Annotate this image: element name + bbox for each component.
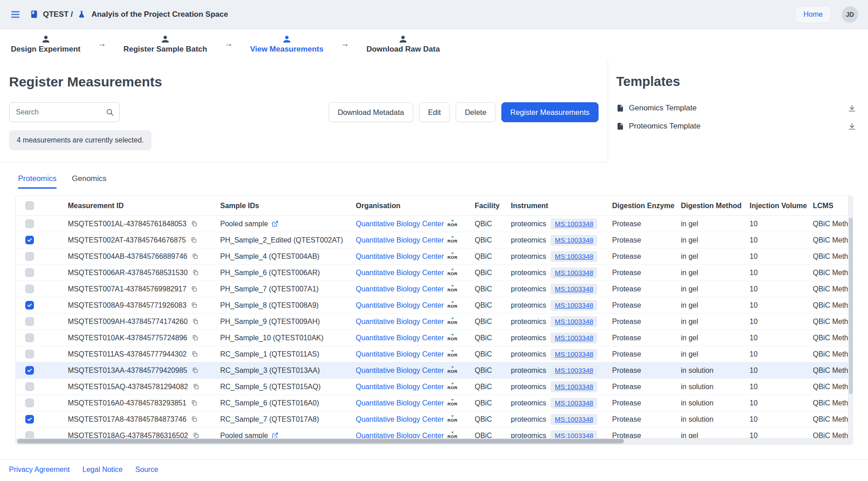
copy-icon[interactable] — [192, 269, 199, 276]
row-checkbox[interactable] — [25, 382, 34, 391]
row-checkbox[interactable] — [25, 236, 34, 244]
footer-link-privacy-agreement[interactable]: Privacy Agreement — [9, 466, 70, 474]
instrument-ontology-link[interactable]: MS:1003348 — [555, 383, 593, 391]
ror-icon[interactable]: ROR — [448, 269, 458, 276]
register-measurements-button[interactable]: Register Measurements — [501, 102, 599, 122]
ror-icon[interactable]: ROR — [448, 334, 458, 341]
row-checkbox[interactable] — [25, 333, 34, 342]
download-metadata-button[interactable]: Download Metadata — [329, 102, 413, 122]
sample-ids: RC_Sample_6 (QTEST016A0) — [220, 399, 319, 407]
instrument-ontology-link[interactable]: MS:1003348 — [555, 334, 593, 342]
instrument-ontology-link[interactable]: MS:1003348 — [555, 367, 593, 374]
row-checkbox[interactable] — [25, 350, 34, 358]
row-checkbox[interactable] — [25, 268, 34, 277]
delete-button[interactable]: Delete — [456, 102, 495, 122]
instrument-ontology-link[interactable]: MS:1003348 — [555, 415, 593, 423]
tab-genomics[interactable]: Genomics — [72, 174, 107, 189]
row-checkbox[interactable] — [25, 399, 34, 407]
instrument-ontology-link[interactable]: MS:1003348 — [555, 399, 593, 407]
table-row: MSQTEST011AS-437845777944302RC_Sample_1 … — [16, 346, 853, 362]
copy-icon[interactable] — [191, 302, 198, 309]
horizontal-scrollbar-thumb[interactable] — [17, 439, 624, 443]
ror-icon[interactable]: ROR — [448, 351, 458, 357]
download-icon[interactable] — [848, 122, 856, 131]
search-input[interactable] — [9, 102, 120, 122]
organisation-link[interactable]: Quantitative Biology Center — [356, 301, 444, 310]
select-all-checkbox[interactable] — [25, 201, 34, 210]
organisation-link[interactable]: Quantitative Biology Center — [356, 285, 444, 293]
organisation-link[interactable]: Quantitative Biology Center — [356, 334, 444, 342]
copy-icon[interactable] — [192, 253, 198, 260]
copy-icon[interactable] — [190, 237, 197, 243]
copy-icon[interactable] — [192, 334, 198, 341]
row-checkbox[interactable] — [25, 285, 34, 293]
row-checkbox[interactable] — [25, 219, 34, 228]
row-checkbox[interactable] — [25, 301, 34, 310]
digestion-method: in solution — [681, 415, 713, 424]
instrument-ontology-link[interactable]: MS:1003348 — [555, 236, 593, 244]
vertical-scrollbar-thumb[interactable] — [849, 218, 853, 394]
copy-icon[interactable] — [192, 367, 198, 374]
horizontal-scrollbar[interactable] — [16, 438, 853, 444]
footer-link-legal-notice[interactable]: Legal Notice — [82, 466, 123, 474]
ror-icon[interactable]: ROR — [448, 286, 458, 292]
organisation-link[interactable]: Quantitative Biology Center — [356, 252, 444, 261]
instrument-ontology-link[interactable]: MS:1003348 — [555, 301, 593, 309]
page-title: Register Measurements — [9, 74, 599, 90]
download-icon[interactable] — [848, 104, 856, 113]
organisation-link[interactable]: Quantitative Biology Center — [356, 367, 444, 375]
workflow-step[interactable]: View Measurements — [250, 35, 323, 54]
ror-icon[interactable]: ROR — [448, 416, 458, 423]
ror-icon[interactable]: ROR — [448, 400, 458, 406]
organisation-link[interactable]: Quantitative Biology Center — [356, 220, 444, 228]
organisation-link[interactable]: Quantitative Biology Center — [356, 269, 444, 277]
tab-proteomics[interactable]: Proteomics — [18, 174, 57, 189]
search-icon[interactable] — [106, 108, 114, 116]
edit-button[interactable]: Edit — [419, 102, 450, 122]
organisation-link[interactable]: Quantitative Biology Center — [356, 350, 444, 358]
footer-link-source[interactable]: Source — [135, 466, 158, 474]
instrument-ontology-link[interactable]: MS:1003348 — [555, 350, 593, 358]
ror-icon[interactable]: ROR — [448, 220, 458, 227]
instrument-ontology-badge: MS:1003348 — [551, 381, 597, 392]
ror-icon[interactable]: ROR — [448, 383, 458, 390]
copy-icon[interactable] — [191, 220, 198, 227]
copy-icon[interactable] — [192, 318, 199, 325]
organisation-link[interactable]: Quantitative Biology Center — [356, 236, 444, 244]
ror-icon[interactable]: ROR — [448, 367, 458, 374]
breadcrumb-project-code[interactable]: QTEST / — [43, 10, 73, 19]
instrument-ontology-link[interactable]: MS:1003348 — [555, 220, 593, 228]
row-checkbox[interactable] — [25, 252, 34, 261]
menu-icon[interactable] — [10, 9, 21, 20]
copy-icon[interactable] — [191, 286, 198, 292]
workflow-step[interactable]: Download Raw Data — [366, 35, 439, 54]
workflow-step[interactable]: Register Sample Batch — [123, 35, 207, 54]
organisation-link[interactable]: Quantitative Biology Center — [356, 399, 444, 407]
instrument-ontology-link[interactable]: MS:1003348 — [555, 269, 593, 276]
organisation-link[interactable]: Quantitative Biology Center — [356, 383, 444, 391]
injection-volume: 10 — [750, 399, 758, 407]
external-link-icon[interactable] — [272, 220, 278, 227]
lcms-label: QBiC Meth — [813, 269, 848, 277]
instrument-ontology-link[interactable]: MS:1003348 — [555, 318, 593, 325]
organisation-link[interactable]: Quantitative Biology Center — [356, 415, 444, 424]
instrument-ontology-link[interactable]: MS:1003348 — [555, 285, 593, 293]
avatar[interactable]: JD — [842, 6, 858, 23]
ror-icon[interactable]: ROR — [448, 318, 458, 325]
instrument-ontology-link[interactable]: MS:1003348 — [555, 252, 593, 260]
copy-icon[interactable] — [191, 400, 198, 406]
row-checkbox[interactable] — [25, 415, 34, 424]
ror-icon[interactable]: ROR — [448, 302, 458, 309]
templates-panel: Templates Genomics TemplateProteomics Te… — [608, 60, 868, 162]
workflow-step[interactable]: Design Experiment — [11, 35, 80, 54]
copy-icon[interactable] — [191, 351, 198, 357]
copy-icon[interactable] — [193, 383, 199, 390]
ror-icon[interactable]: ROR — [448, 253, 458, 260]
vertical-scrollbar[interactable] — [848, 196, 853, 438]
organisation-link[interactable]: Quantitative Biology Center — [356, 318, 444, 326]
ror-icon[interactable]: ROR — [448, 237, 458, 243]
row-checkbox[interactable] — [25, 317, 34, 326]
row-checkbox[interactable] — [25, 366, 34, 375]
home-button[interactable]: Home — [795, 6, 831, 23]
copy-icon[interactable] — [191, 416, 198, 423]
